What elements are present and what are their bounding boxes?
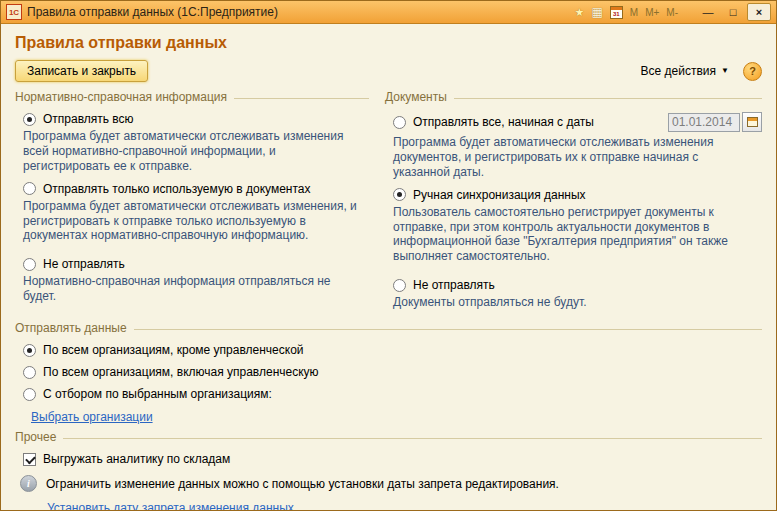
info-row: i Ограничить изменение данных можно с по… xyxy=(20,475,762,492)
radio-option-selected-orgs[interactable]: С отбором по выбранным организациям: xyxy=(23,387,762,401)
group-documents: Документы Отправлять все, начиная с даты… xyxy=(385,86,762,317)
group-divider xyxy=(454,98,762,99)
group-nsi: Нормативно-справочная информация Отправл… xyxy=(15,86,369,317)
minimize-button[interactable]: — xyxy=(697,4,719,20)
group-header-send-data: Отправлять данные xyxy=(15,321,762,335)
command-bar-right: Все действия ▼ ? xyxy=(637,62,762,81)
titlebar-quick-icons: ★ ▦ 31 М М+ М- xyxy=(575,6,678,19)
all-actions-label: Все действия xyxy=(641,64,716,78)
group-header-nsi: Нормативно-справочная информация xyxy=(15,90,369,104)
start-date-field[interactable] xyxy=(668,113,740,132)
close-button[interactable]: × xyxy=(747,3,771,21)
save-and-close-button[interactable]: Записать и закрыть xyxy=(15,60,148,82)
calculator-icon[interactable]: ▦ xyxy=(591,6,602,18)
group-header-misc: Прочее xyxy=(15,430,762,444)
radio-button[interactable] xyxy=(393,188,406,201)
group-divider xyxy=(63,438,762,439)
date-field-wrap xyxy=(668,112,762,132)
group-divider xyxy=(134,329,762,330)
info-icon: i xyxy=(20,475,37,492)
radio-button[interactable] xyxy=(23,366,36,379)
radio-button[interactable] xyxy=(23,388,36,401)
calendar-picker-button[interactable] xyxy=(742,112,762,132)
window-controls: — □ × xyxy=(697,3,771,21)
radio-button[interactable] xyxy=(23,182,36,195)
window-title: Правила отправки данных (1С:Предприятие) xyxy=(27,5,278,19)
radio-option-nsi-no-send[interactable]: Не отправлять xyxy=(23,257,369,271)
command-bar: Записать и закрыть Все действия ▼ ? xyxy=(15,60,762,82)
window: 1С Правила отправки данных (1С:Предприят… xyxy=(0,0,777,511)
radio-option-docs-no-send[interactable]: Не отправлять xyxy=(393,278,762,292)
calendar-icon[interactable]: 31 xyxy=(610,6,623,19)
memory-m-plus-indicator: М+ xyxy=(645,7,659,18)
set-edit-ban-date-link[interactable]: Установить дату запрета изменения данных xyxy=(47,501,294,511)
radio-option-nsi-send-all[interactable]: Отправлять всю xyxy=(23,112,369,126)
radio-option-all-orgs-except-managerial[interactable]: По всем организациям, кроме управленческ… xyxy=(23,343,762,357)
checkbox[interactable] xyxy=(23,453,36,466)
option-description: Программа будет автоматически отслеживат… xyxy=(23,129,365,174)
group-title: Прочее xyxy=(15,430,56,444)
choose-organizations-link[interactable]: Выбрать организации xyxy=(31,410,153,424)
radio-option-nsi-used-only[interactable]: Отправлять только используемую в докумен… xyxy=(23,182,369,196)
titlebar[interactable]: 1С Правила отправки данных (1С:Предприят… xyxy=(1,1,776,24)
group-title: Нормативно-справочная информация xyxy=(15,90,227,104)
radio-button[interactable] xyxy=(393,116,406,129)
checkbox-export-warehouse-analytics[interactable]: Выгружать аналитику по складам xyxy=(23,452,762,466)
chevron-down-icon: ▼ xyxy=(721,67,729,75)
star-icon[interactable]: ★ xyxy=(575,7,585,18)
page-title: Правила отправки данных xyxy=(15,34,762,52)
memory-m-minus-indicator: М- xyxy=(666,7,678,18)
group-title: Отправлять данные xyxy=(15,321,127,335)
calendar-icon xyxy=(747,117,758,127)
radio-button[interactable] xyxy=(23,113,36,126)
group-misc: Прочее Выгружать аналитику по складам i … xyxy=(15,430,762,511)
option-description: Нормативно-справочная информация отправл… xyxy=(23,274,365,304)
maximize-button[interactable]: □ xyxy=(722,4,744,20)
radio-button[interactable] xyxy=(393,279,406,292)
option-description: Документы отправляться не будут. xyxy=(393,295,758,310)
option-description: Пользователь самостоятельно регистрирует… xyxy=(393,205,758,265)
top-columns: Нормативно-справочная информация Отправл… xyxy=(15,86,762,317)
group-title: Документы xyxy=(385,90,447,104)
all-actions-button[interactable]: Все действия ▼ xyxy=(637,62,733,80)
memory-m-indicator: М xyxy=(630,7,638,18)
group-header-documents: Документы xyxy=(385,90,762,104)
option-description: Программа будет автоматически отслеживат… xyxy=(393,135,758,180)
info-text: Ограничить изменение данных можно с помо… xyxy=(46,477,559,491)
group-divider xyxy=(234,98,369,99)
option-description: Программа будет автоматически отслеживат… xyxy=(23,199,365,244)
app-logo-icon: 1С xyxy=(6,4,22,20)
radio-button[interactable] xyxy=(23,344,36,357)
form-content: Правила отправки данных Записать и закры… xyxy=(1,24,776,511)
radio-option-docs-manual-sync[interactable]: Ручная синхронизация данных xyxy=(393,188,762,202)
radio-option-all-orgs-including-managerial[interactable]: По всем организациям, включая управленче… xyxy=(23,365,762,379)
radio-button[interactable] xyxy=(23,258,36,271)
radio-option-docs-from-date[interactable]: Отправлять все, начиная с даты xyxy=(393,112,762,132)
help-button[interactable]: ? xyxy=(743,62,762,81)
group-send-data: Отправлять данные По всем организациям, … xyxy=(15,321,762,426)
